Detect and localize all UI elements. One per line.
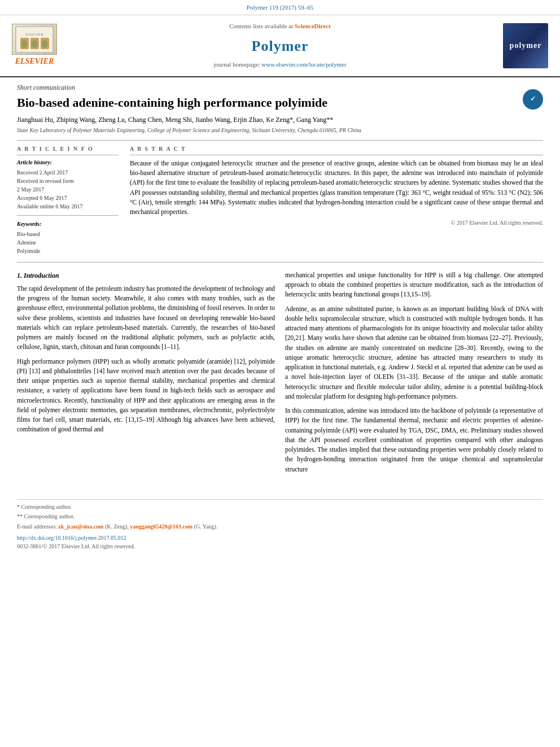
- right-paragraph-3: In this communication, adenine was intro…: [285, 406, 543, 474]
- divider-1: [17, 140, 543, 141]
- elsevier-logo-image: ELSEVIER: [12, 24, 57, 55]
- main-content: 1. Introduction The rapid development of…: [17, 270, 543, 479]
- polymer-logo: polymer: [503, 23, 548, 68]
- homepage-prefix: journal homepage:: [213, 61, 260, 68]
- keyword-2: Adenine: [17, 238, 119, 247]
- crossmark-badge: ✓: [523, 89, 543, 110]
- journal-homepage-link[interactable]: www.elsevier.com/locate/polymer: [261, 61, 346, 68]
- journal-citation-text: Polymer 119 (2017) 59–65: [247, 4, 313, 11]
- article-body: Short communication Bio-based adenine-co…: [0, 77, 560, 490]
- revised-label: Received in revised form: [17, 177, 119, 185]
- polymer-logo-container: polymer: [500, 20, 551, 72]
- article-info-heading: A R T I C L E I N F O: [17, 145, 119, 155]
- keywords-label: Keywords:: [17, 220, 119, 229]
- journal-citation-bar: Polymer 119 (2017) 59–65: [0, 0, 560, 15]
- journal-header-center: Contents lists available at ScienceDirec…: [65, 20, 495, 72]
- authors-line: Jianghuai Hu, Zhiping Wang, Zheng Lu, Ch…: [17, 115, 543, 125]
- svg-point-6: [32, 40, 37, 48]
- divider-3: [17, 262, 543, 263]
- left-content-column: 1. Introduction The rapid development of…: [17, 270, 275, 479]
- sciencedirect-link[interactable]: ScienceDirect: [295, 23, 331, 29]
- available-date: Available online 6 May 2017: [17, 202, 119, 211]
- section-number: 1.: [17, 272, 22, 279]
- abstract-text: Because of the unique conjugated heteroc…: [130, 159, 543, 217]
- email-label: E-mail addresses:: [17, 523, 57, 530]
- email-1-name: (K. Zeng),: [105, 523, 129, 530]
- right-paragraph-2: Adenine, as an amine substituted purine,…: [285, 304, 543, 402]
- journal-header: ELSEVIER ELSEVIER Contents lists availab…: [0, 15, 560, 77]
- article-info-column: A R T I C L E I N F O Article history: R…: [17, 145, 119, 255]
- section-name: Introduction: [24, 272, 59, 279]
- received-date: Received 2 April 2017: [17, 168, 119, 177]
- accepted-date: Accepted 6 May 2017: [17, 194, 119, 202]
- right-content-column: mechanical properties and unique functio…: [285, 270, 543, 479]
- elsevier-wordmark: ELSEVIER: [15, 56, 54, 67]
- info-abstract-grid: A R T I C L E I N F O Article history: R…: [17, 145, 543, 255]
- elsevier-logo-container: ELSEVIER ELSEVIER: [9, 20, 60, 72]
- abstract-column: A B S T R A C T Because of the unique co…: [130, 145, 543, 255]
- elsevier-logo: ELSEVIER ELSEVIER: [12, 24, 57, 67]
- footnote-email: E-mail addresses: zk_jcan@sina.com (K. Z…: [17, 523, 543, 531]
- copyright-line: © 2017 Elsevier Ltd. All rights reserved…: [130, 219, 543, 228]
- article-type-label: Short communication: [17, 83, 543, 93]
- svg-point-7: [42, 40, 47, 48]
- journal-homepage-line: journal homepage: www.elsevier.com/locat…: [213, 60, 346, 69]
- right-paragraph-1: mechanical properties and unique functio…: [285, 270, 543, 300]
- affiliation-line: State Key Laboratory of Polymer Material…: [17, 126, 543, 135]
- page: Polymer 119 (2017) 59–65 ELSEVIER: [0, 0, 560, 747]
- introduction-heading: 1. Introduction: [17, 270, 275, 281]
- crossmark-icon: ✓: [530, 94, 536, 104]
- email-1[interactable]: zk_jcan@sina.com: [58, 523, 103, 530]
- doi-link[interactable]: http://dx.doi.org/10.1016/j.polymer.2017…: [17, 535, 126, 541]
- keyword-3: Polyimide: [17, 247, 119, 255]
- divider-2: [17, 215, 119, 216]
- intro-paragraph-1: The rapid development of the petroleum i…: [17, 284, 275, 352]
- article-history-label: Article history:: [17, 159, 119, 167]
- contents-available-text: Contents lists available at: [229, 23, 293, 29]
- intro-paragraph-2: High performance polymers (HPP) such as …: [17, 357, 275, 435]
- svg-point-5: [21, 40, 27, 48]
- footnote-corresponding-1: * Corresponding author.: [17, 503, 543, 512]
- journal-name: Polymer: [252, 36, 309, 57]
- revised-date: 2 May 2017: [17, 185, 119, 194]
- article-title: Bio-based adenine-containing high perfor…: [17, 95, 327, 111]
- footnote-corresponding-2: ** Corresponding author.: [17, 513, 543, 521]
- issn-line: 0032-3861/© 2017 Elsevier Ltd. All right…: [17, 543, 543, 551]
- email-2-name: (G. Yang).: [194, 523, 218, 530]
- svg-text:ELSEVIER: ELSEVIER: [25, 32, 43, 37]
- email-2[interactable]: yanggang65420@163.com: [130, 523, 193, 530]
- footer-section: * Corresponding author. ** Corresponding…: [17, 499, 543, 551]
- abstract-heading: A B S T R A C T: [130, 145, 543, 155]
- keyword-1: Bio-based: [17, 230, 119, 238]
- sciencedirect-line: Contents lists available at ScienceDirec…: [229, 22, 330, 31]
